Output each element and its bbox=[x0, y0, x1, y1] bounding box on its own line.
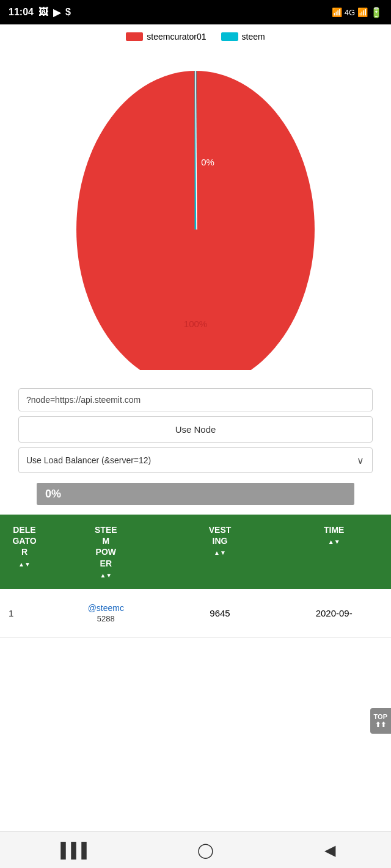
delegations-table: DELEGATOR ▲▼ STEEMPOWER ▲▼ VESTING ▲▼ TI… bbox=[0, 515, 391, 638]
legend-label-steemcurator: steemcurator01 bbox=[147, 32, 206, 42]
battery-icon: 🔋 bbox=[370, 7, 382, 18]
status-right: 📶 4G 📶 🔋 bbox=[332, 7, 382, 18]
col-header-delegator[interactable]: DELEGATOR ▲▼ bbox=[0, 515, 49, 589]
top-button[interactable]: TOP ⬆⬆ bbox=[370, 708, 391, 734]
load-balancer-wrapper[interactable]: Use Load Balancer (&server=12) bbox=[18, 447, 373, 473]
progress-bar: 0% bbox=[37, 483, 354, 505]
youtube-icon: ▶ bbox=[53, 7, 60, 18]
bottom-nav: ▐▐▐ ◯ ◀ bbox=[0, 831, 391, 868]
row-vesting-1: 9645 bbox=[163, 601, 277, 626]
legend-color-cyan bbox=[221, 32, 238, 41]
chart-label-100: 100% bbox=[184, 319, 207, 329]
pie-chart-area: 0% 100% bbox=[0, 46, 391, 382]
nav-back-button[interactable]: ▐▐▐ bbox=[56, 842, 87, 859]
sort-arrows-vesting[interactable]: ▲▼ bbox=[168, 549, 272, 557]
nav-home-button[interactable]: ◯ bbox=[197, 842, 214, 859]
sort-arrows-time[interactable]: ▲▼ bbox=[282, 538, 386, 546]
load-balancer-select[interactable]: Use Load Balancer (&server=12) bbox=[18, 447, 373, 473]
col-header-time[interactable]: TIME ▲▼ bbox=[277, 515, 391, 589]
table-body: 1 @steemc 5288 9645 2020-09- bbox=[0, 589, 391, 638]
row-time-1: 2020-09- bbox=[277, 601, 391, 626]
chart-label-0: 0% bbox=[201, 157, 214, 167]
status-time: 11:04 bbox=[9, 7, 34, 18]
legend-item-steemcurator: steemcurator01 bbox=[126, 32, 206, 42]
table-row: 1 @steemc 5288 9645 2020-09- bbox=[0, 589, 391, 638]
node-input[interactable] bbox=[18, 388, 373, 411]
col-header-steempower[interactable]: STEEMPOWER ▲▼ bbox=[49, 515, 163, 589]
row-user-1[interactable]: @steemc 5288 bbox=[49, 595, 163, 631]
pie-chart: 0% 100% bbox=[67, 52, 324, 370]
table-header: DELEGATOR ▲▼ STEEMPOWER ▲▼ VESTING ▲▼ TI… bbox=[0, 515, 391, 589]
signal-bars-icon: 📶 bbox=[332, 7, 342, 17]
status-bar: 11:04 🖼 ▶ $ 📶 4G 📶 🔋 bbox=[0, 0, 391, 24]
nav-menu-button[interactable]: ◀ bbox=[324, 842, 335, 859]
sort-arrows-steempower[interactable]: ▲▼ bbox=[54, 571, 158, 579]
legend-item-steem: steem bbox=[221, 32, 265, 42]
image-icon: 🖼 bbox=[38, 7, 48, 18]
network-type: 4G bbox=[345, 8, 355, 17]
status-left: 11:04 🖼 ▶ $ bbox=[9, 7, 71, 18]
dollar-icon: $ bbox=[65, 7, 71, 18]
legend-label-steem: steem bbox=[242, 32, 265, 42]
use-node-button[interactable]: Use Node bbox=[18, 416, 373, 443]
form-area: Use Node Use Load Balancer (&server=12) bbox=[0, 382, 391, 479]
chart-legend: steemcurator01 steem bbox=[0, 24, 391, 46]
wifi-icon: 📶 bbox=[357, 7, 368, 17]
sort-arrows-delegator[interactable]: ▲▼ bbox=[5, 560, 44, 568]
legend-color-red bbox=[126, 32, 143, 41]
row-number-1: 1 bbox=[0, 601, 49, 626]
progress-label: 0% bbox=[45, 488, 61, 501]
col-header-vesting[interactable]: VESTING ▲▼ bbox=[163, 515, 277, 589]
progress-bar-wrapper: 0% bbox=[0, 479, 391, 508]
